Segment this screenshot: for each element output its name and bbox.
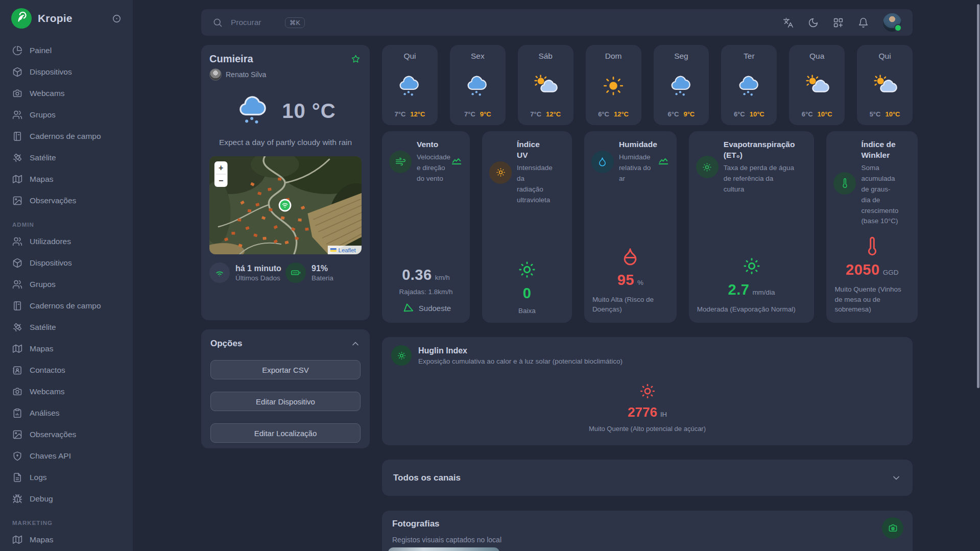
topbar: ⌘K (201, 9, 913, 36)
huglin-value: 2776 (628, 404, 657, 420)
sidebar-item-label: Cadernos de campo (30, 301, 101, 310)
sidebar-item-satelite[interactable]: Satélite (7, 147, 126, 169)
metric-caption: Baixa (518, 307, 536, 315)
map-marker (279, 199, 292, 212)
droplet-line-icon (620, 246, 640, 267)
channels-title: Todos os canais (393, 473, 461, 483)
sidebar-item-webcams[interactable]: Webcams (7, 83, 126, 104)
sidebar-item-debug[interactable]: Debug (7, 488, 126, 510)
sidebar-item-label: Grupos (30, 280, 56, 289)
rain-weather-icon (396, 61, 423, 110)
current-temperature: 10 °C (282, 100, 336, 123)
search-input[interactable] (230, 17, 283, 28)
sun-icon (696, 156, 719, 178)
metric-card-evapotranspiracao: Evapotranspiração (ET₀) Taxa de perda de… (689, 131, 815, 323)
notifications-bell-icon[interactable] (858, 17, 869, 28)
map-zoom-out-button[interactable]: − (219, 176, 223, 185)
sidebar-nav: PainelDispositivosWebcamsGruposCadernos … (7, 40, 126, 550)
forecast-card-6: Qua 6°C 10°C (789, 45, 845, 125)
add-photo-camera-icon[interactable] (882, 517, 903, 539)
chevron-up-icon[interactable] (350, 339, 361, 349)
options-card: Opções Exportar CSV Editar Dispositivo E… (201, 329, 370, 448)
export-csv-button[interactable]: Exportar CSV (210, 360, 361, 379)
sidebar-item-painel[interactable]: Painel (7, 40, 126, 61)
sidebar-item-label: Webcams (30, 387, 65, 396)
forecast-day: Dom (605, 52, 622, 61)
thermometer-icon (862, 236, 882, 256)
sidebar-item-mapas[interactable]: Mapas (7, 169, 126, 190)
sidebar-item-grupos[interactable]: Grupos (7, 104, 126, 126)
sidebar-item-cadernos-de-campo[interactable]: Cadernos de campo (7, 295, 126, 317)
sidebar-item-utilizadores[interactable]: Utilizadores (7, 231, 126, 252)
edit-device-button[interactable]: Editar Dispositivo (210, 392, 361, 411)
battery-status: 91% Bateria (285, 262, 362, 283)
rain-cloud-icon (235, 93, 272, 129)
sidebar-item-cadernos-de-campo[interactable]: Cadernos de campo (7, 126, 126, 147)
battery-label: Bateria (312, 274, 333, 282)
trend-chart-icon (658, 156, 669, 167)
metric-value: 0.36 (402, 267, 432, 283)
forecast-day: Qua (809, 52, 824, 61)
metric-value: 95 (617, 272, 634, 289)
sidebar-item-logs[interactable]: Logs (7, 467, 126, 488)
user-avatar[interactable] (883, 13, 901, 32)
forecast-high-temp: 9°C (683, 110, 695, 118)
forecast-high-temp: 10°C (818, 110, 832, 118)
photo-thumbnail[interactable] (388, 547, 499, 551)
clipboard-icon (12, 408, 22, 418)
metric-card-humidade: Humidade Humidade relativa do ar 95 %Mui… (584, 131, 677, 323)
contact-icon (12, 365, 22, 375)
wind-icon (389, 151, 412, 173)
forecast-day: Ter (744, 52, 755, 61)
forecast-high-temp: 10°C (750, 110, 764, 118)
metric-footer: Muito Quente (Vinhos de mesa ou de sobre… (833, 284, 911, 315)
sidebar-item-grupos[interactable]: Grupos (7, 274, 126, 295)
sidebar-item-analises[interactable]: Análises (7, 402, 126, 424)
camera-icon (12, 387, 22, 397)
owner-avatar (209, 68, 222, 81)
forecast-low-temp: 7°C (530, 110, 541, 118)
leaflet-attribution-link[interactable]: Leaflet (339, 247, 356, 253)
sidebar-item-mapas[interactable]: Mapas (7, 338, 126, 360)
sidebar-item-observacoes[interactable]: Observações (7, 424, 126, 445)
sidebar-item-chaves-api[interactable]: Chaves API (7, 445, 126, 467)
channels-card[interactable]: Todos os canais (382, 460, 913, 496)
sidebar-item-satelite[interactable]: Satélite (7, 317, 126, 338)
edit-location-button[interactable]: Editar Localização (210, 423, 361, 443)
sidebar-item-observacoes[interactable]: Observações (7, 190, 126, 211)
widgets-grid-icon[interactable] (833, 17, 844, 28)
metric-title: Evapotranspiração (ET₀) (724, 139, 795, 161)
favorite-star-icon[interactable] (351, 54, 361, 64)
sun-icon (391, 345, 412, 366)
sidebar-item-mapas[interactable]: Mapas (7, 529, 126, 550)
sidebar-item-dispositivos[interactable]: Dispositivos (7, 252, 126, 274)
page-scrollbar (976, 0, 980, 551)
huglin-caption: Muito Quente (Alto potencial de açúcar) (589, 425, 706, 433)
scrollbar-thumb[interactable] (977, 4, 979, 388)
sidebar-item-label: Análises (30, 409, 60, 418)
metric-title: Humidade (619, 139, 657, 150)
image-icon (12, 429, 22, 440)
metric-subtitle: Taxa de perda de água de referência da c… (724, 163, 795, 195)
sidebar-item-label: Observações (30, 430, 76, 439)
map-zoom-in-button[interactable]: + (219, 163, 223, 172)
options-title: Opções (210, 339, 242, 349)
main-content: Qui 7°C 12°C Sex 7°C 9°C Sáb 7°C 12°C Do… (382, 45, 913, 551)
dark-mode-moon-icon[interactable] (808, 17, 819, 28)
wind-direction: Sudoeste (419, 304, 451, 313)
station-map[interactable]: + − Leaflet (209, 156, 362, 254)
sidebar-item-contactos[interactable]: Contactos (7, 360, 126, 381)
online-status-dot (894, 24, 902, 32)
sidebar-collapse-icon[interactable] (112, 14, 122, 23)
map-zoom-control: + − (214, 161, 228, 187)
sidebar-item-webcams[interactable]: Webcams (7, 381, 126, 402)
sidebar-item-label: Dispositivos (30, 67, 72, 77)
metric-subtitle: Soma acumulada de graus-dia de crescimen… (861, 163, 898, 227)
sidebar-item-label: Contactos (30, 366, 65, 375)
chevron-down-icon[interactable] (891, 473, 901, 483)
language-icon[interactable] (783, 17, 794, 28)
forecast-card-4: Seg 6°C 9°C (654, 45, 709, 125)
triangle-icon (401, 301, 414, 315)
sidebar-item-dispositivos[interactable]: Dispositivos (7, 61, 126, 83)
sidebar-item-label: Cadernos de campo (30, 132, 101, 141)
